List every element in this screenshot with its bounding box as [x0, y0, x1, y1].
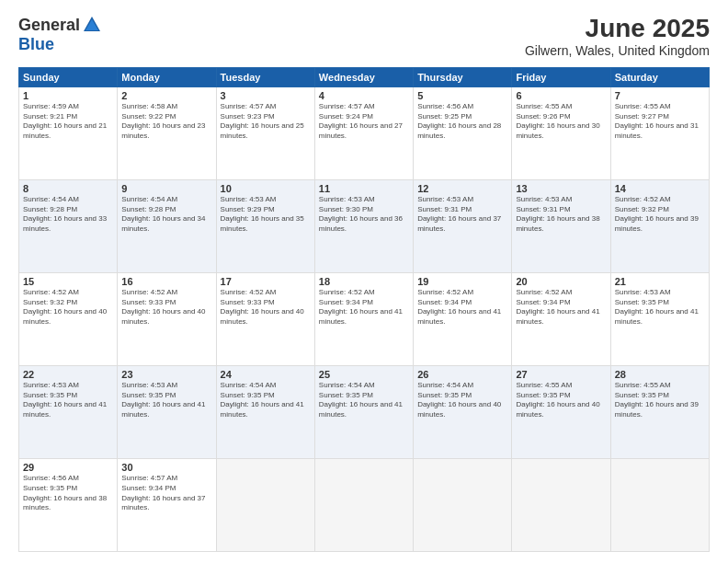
page-subtitle: Gilwern, Wales, United Kingdom: [525, 43, 710, 58]
sunrise-text: Sunrise: 4:52 AM: [615, 195, 671, 203]
table-row: 3Sunrise: 4:57 AMSunset: 9:23 PMDaylight…: [216, 86, 314, 179]
sunrise-text: Sunrise: 4:53 AM: [221, 195, 277, 203]
day-number: 28: [615, 369, 705, 380]
sunset-text: Sunset: 9:30 PM: [319, 205, 373, 213]
sunset-text: Sunset: 9:32 PM: [23, 298, 77, 306]
daylight-text: Daylight: 16 hours and 30 minutes.: [516, 121, 599, 140]
col-monday: Monday: [118, 67, 216, 86]
logo-icon: [82, 15, 102, 35]
day-info: Sunrise: 4:54 AMSunset: 9:28 PMDaylight:…: [121, 195, 211, 235]
table-row: 2Sunrise: 4:58 AMSunset: 9:22 PMDaylight…: [118, 86, 216, 179]
sunset-text: Sunset: 9:34 PM: [417, 298, 472, 306]
day-number: 23: [121, 369, 211, 380]
daylight-text: Daylight: 16 hours and 28 minutes.: [417, 121, 501, 140]
calendar-week-row: 22Sunrise: 4:53 AMSunset: 9:35 PMDayligh…: [19, 365, 710, 458]
sunset-text: Sunset: 9:23 PM: [221, 112, 275, 121]
sunrise-text: Sunrise: 4:54 AM: [221, 381, 277, 389]
table-row: 15Sunrise: 4:52 AMSunset: 9:32 PMDayligh…: [19, 272, 118, 365]
day-info: Sunrise: 4:55 AMSunset: 9:35 PMDaylight:…: [615, 381, 705, 420]
table-row: 8Sunrise: 4:54 AMSunset: 9:28 PMDaylight…: [19, 179, 118, 272]
day-info: Sunrise: 4:53 AMSunset: 9:31 PMDaylight:…: [417, 195, 507, 235]
calendar-week-row: 29Sunrise: 4:56 AMSunset: 9:35 PMDayligh…: [19, 458, 710, 551]
sunrise-text: Sunrise: 4:52 AM: [221, 288, 277, 296]
day-number: 17: [221, 276, 311, 287]
sunrise-text: Sunrise: 4:54 AM: [319, 381, 375, 389]
daylight-text: Daylight: 16 hours and 41 minutes.: [516, 307, 599, 326]
day-number: 5: [417, 90, 507, 101]
table-row: [414, 458, 512, 551]
col-sunday: Sunday: [19, 67, 118, 86]
table-row: 25Sunrise: 4:54 AMSunset: 9:35 PMDayligh…: [314, 365, 413, 458]
daylight-text: Daylight: 16 hours and 41 minutes.: [23, 400, 107, 419]
daylight-text: Daylight: 16 hours and 41 minutes.: [319, 307, 403, 326]
table-row: 21Sunrise: 4:53 AMSunset: 9:35 PMDayligh…: [610, 272, 709, 365]
day-info: Sunrise: 4:57 AMSunset: 9:24 PMDaylight:…: [319, 102, 409, 142]
sunset-text: Sunset: 9:31 PM: [417, 205, 472, 213]
table-row: 4Sunrise: 4:57 AMSunset: 9:24 PMDaylight…: [314, 86, 413, 179]
day-number: 10: [221, 183, 311, 194]
day-info: Sunrise: 4:52 AMSunset: 9:34 PMDaylight:…: [417, 288, 507, 327]
daylight-text: Daylight: 16 hours and 23 minutes.: [121, 121, 205, 140]
sunset-text: Sunset: 9:22 PM: [121, 112, 176, 121]
daylight-text: Daylight: 16 hours and 36 minutes.: [319, 214, 403, 233]
day-info: Sunrise: 4:54 AMSunset: 9:35 PMDaylight:…: [221, 381, 311, 420]
daylight-text: Daylight: 16 hours and 31 minutes.: [615, 121, 699, 140]
table-row: 1Sunrise: 4:59 AMSunset: 9:21 PMDaylight…: [19, 86, 118, 179]
table-row: 19Sunrise: 4:52 AMSunset: 9:34 PMDayligh…: [414, 272, 512, 365]
sunset-text: Sunset: 9:31 PM: [516, 205, 570, 213]
daylight-text: Daylight: 16 hours and 41 minutes.: [221, 400, 304, 419]
sunrise-text: Sunrise: 4:54 AM: [23, 195, 79, 203]
day-info: Sunrise: 4:52 AMSunset: 9:32 PMDaylight:…: [615, 195, 705, 235]
day-info: Sunrise: 4:52 AMSunset: 9:33 PMDaylight:…: [121, 288, 211, 327]
sunset-text: Sunset: 9:35 PM: [319, 391, 373, 399]
sunrise-text: Sunrise: 4:54 AM: [417, 381, 473, 389]
day-number: 7: [615, 90, 705, 101]
daylight-text: Daylight: 16 hours and 40 minutes.: [221, 307, 304, 326]
daylight-text: Daylight: 16 hours and 40 minutes.: [417, 400, 501, 419]
sunrise-text: Sunrise: 4:58 AM: [121, 102, 177, 110]
sunset-text: Sunset: 9:35 PM: [516, 391, 570, 399]
sunset-text: Sunset: 9:35 PM: [417, 391, 472, 399]
sunset-text: Sunset: 9:33 PM: [121, 298, 176, 306]
daylight-text: Daylight: 16 hours and 40 minutes.: [23, 307, 107, 326]
sunset-text: Sunset: 9:35 PM: [23, 391, 77, 399]
sunrise-text: Sunrise: 4:56 AM: [23, 474, 79, 482]
daylight-text: Daylight: 16 hours and 41 minutes.: [615, 307, 699, 326]
sunrise-text: Sunrise: 4:52 AM: [121, 288, 177, 296]
sunset-text: Sunset: 9:29 PM: [221, 205, 275, 213]
col-tuesday: Tuesday: [216, 67, 314, 86]
day-number: 3: [221, 90, 311, 101]
sunset-text: Sunset: 9:34 PM: [516, 298, 570, 306]
daylight-text: Daylight: 16 hours and 41 minutes.: [319, 400, 403, 419]
day-info: Sunrise: 4:53 AMSunset: 9:35 PMDaylight:…: [23, 381, 113, 420]
day-info: Sunrise: 4:57 AMSunset: 9:23 PMDaylight:…: [221, 102, 311, 142]
day-number: 25: [319, 369, 409, 380]
calendar-table: Sunday Monday Tuesday Wednesday Thursday…: [18, 67, 710, 552]
table-row: 24Sunrise: 4:54 AMSunset: 9:35 PMDayligh…: [216, 365, 314, 458]
day-number: 20: [516, 276, 606, 287]
sunrise-text: Sunrise: 4:53 AM: [23, 381, 79, 389]
calendar-header-row: Sunday Monday Tuesday Wednesday Thursday…: [19, 67, 710, 86]
table-row: 28Sunrise: 4:55 AMSunset: 9:35 PMDayligh…: [610, 365, 709, 458]
day-number: 19: [417, 276, 507, 287]
daylight-text: Daylight: 16 hours and 21 minutes.: [23, 121, 107, 140]
table-row: 20Sunrise: 4:52 AMSunset: 9:34 PMDayligh…: [512, 272, 610, 365]
sunrise-text: Sunrise: 4:52 AM: [516, 288, 572, 296]
sunset-text: Sunset: 9:28 PM: [23, 205, 77, 213]
sunrise-text: Sunrise: 4:57 AM: [221, 102, 277, 110]
day-number: 26: [417, 369, 507, 380]
daylight-text: Daylight: 16 hours and 27 minutes.: [319, 121, 403, 140]
day-info: Sunrise: 4:54 AMSunset: 9:28 PMDaylight:…: [23, 195, 113, 235]
sunrise-text: Sunrise: 4:53 AM: [417, 195, 473, 203]
day-info: Sunrise: 4:56 AMSunset: 9:25 PMDaylight:…: [417, 102, 507, 142]
day-number: 27: [516, 369, 606, 380]
calendar-week-row: 15Sunrise: 4:52 AMSunset: 9:32 PMDayligh…: [19, 272, 710, 365]
day-info: Sunrise: 4:55 AMSunset: 9:35 PMDaylight:…: [516, 381, 606, 420]
sunrise-text: Sunrise: 4:57 AM: [319, 102, 375, 110]
table-row: 14Sunrise: 4:52 AMSunset: 9:32 PMDayligh…: [610, 179, 709, 272]
sunset-text: Sunset: 9:34 PM: [121, 484, 176, 492]
day-info: Sunrise: 4:53 AMSunset: 9:31 PMDaylight:…: [516, 195, 606, 235]
sunset-text: Sunset: 9:21 PM: [23, 112, 77, 121]
daylight-text: Daylight: 16 hours and 34 minutes.: [121, 214, 205, 233]
table-row: 13Sunrise: 4:53 AMSunset: 9:31 PMDayligh…: [512, 179, 610, 272]
